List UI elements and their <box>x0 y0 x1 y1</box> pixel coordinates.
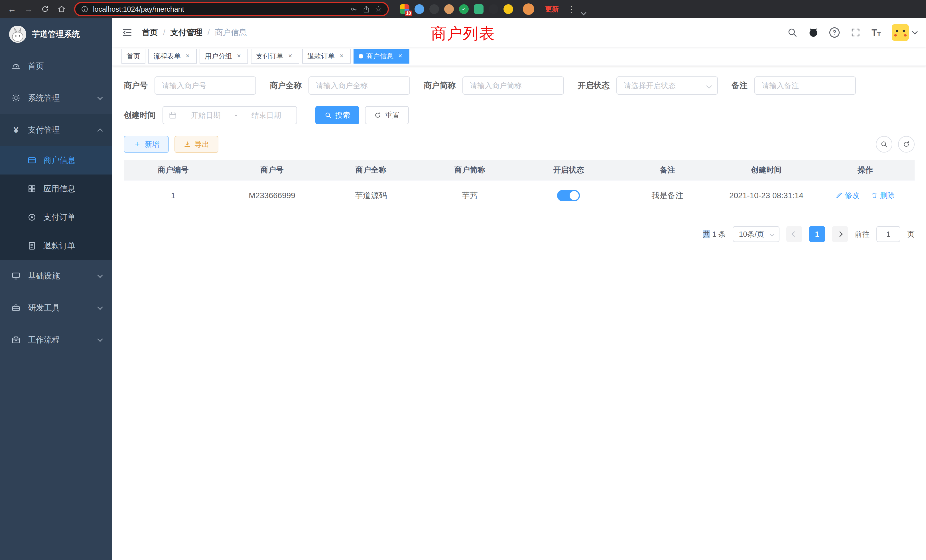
close-icon[interactable]: × <box>396 52 404 60</box>
browser-back-icon[interactable]: ← <box>6 3 18 15</box>
end-date-placeholder: 结束日期 <box>242 110 291 120</box>
browser-dropdown-caret-icon[interactable] <box>581 10 586 15</box>
sidebar-item-payment[interactable]: ¥ 支付管理 <box>0 114 112 146</box>
refresh-icon <box>374 112 381 119</box>
page-size-value: 10条/页 <box>739 229 764 239</box>
edit-pencil-icon <box>836 192 843 199</box>
sidebar-item-workflow[interactable]: 工作流程 <box>0 324 112 356</box>
close-icon[interactable]: × <box>286 52 294 60</box>
browser-menu-icon[interactable]: ⋮ <box>567 5 575 14</box>
extension-icon-avatar[interactable] <box>444 4 454 14</box>
sidebar-logo[interactable]: 芋道管理系统 <box>0 18 112 50</box>
toggle-search-button[interactable] <box>876 136 892 153</box>
tag-merchant-info[interactable]: 商户信息 × <box>354 49 409 64</box>
full-name-input[interactable] <box>309 76 410 95</box>
browser-home-icon[interactable] <box>55 3 68 15</box>
create-time-range-picker[interactable]: 开始日期 - 结束日期 <box>162 106 297 124</box>
jump-page-input[interactable] <box>876 226 900 242</box>
edit-button[interactable]: 修改 <box>836 191 859 200</box>
breadcrumb: 首页 / 支付管理 / 商户信息 <box>142 27 247 38</box>
extension-icon-dark[interactable] <box>429 4 439 14</box>
close-icon[interactable]: × <box>235 52 243 60</box>
sidebar-item-system[interactable]: 系统管理 <box>0 82 112 114</box>
tag-process-form[interactable]: 流程表单 × <box>148 49 197 64</box>
active-dot-icon <box>359 54 363 59</box>
page-size-select[interactable]: 10条/页 <box>733 226 779 242</box>
merchant-no-input[interactable] <box>154 76 256 95</box>
tag-home[interactable]: 首页 <box>121 49 145 64</box>
close-icon[interactable]: × <box>337 52 345 60</box>
refresh-table-button[interactable] <box>898 136 915 153</box>
main-area: 首页 / 支付管理 / 商户信息 ? TT <box>112 18 926 560</box>
search-icon <box>324 112 332 119</box>
sidebar-item-label: 首页 <box>28 61 44 71</box>
extensions-row: 10 ✓ <box>400 4 513 14</box>
share-icon[interactable] <box>362 5 370 13</box>
sidebar-item-infrastructure[interactable]: 基础设施 <box>0 260 112 292</box>
tag-pay-order[interactable]: 支付订单 × <box>251 49 300 64</box>
start-date-placeholder: 开始日期 <box>181 110 230 120</box>
column-header: 开启状态 <box>519 160 618 180</box>
github-icon[interactable] <box>808 27 819 38</box>
page-number-button[interactable]: 1 <box>809 226 825 242</box>
sidebar-item-app-info[interactable]: 应用信息 <box>0 174 112 203</box>
pagination: 共 1 条 10条/页 1 前往 页 <box>124 226 915 242</box>
add-button[interactable]: ＋ 新增 <box>124 136 169 153</box>
breadcrumb-payment[interactable]: 支付管理 <box>171 27 203 38</box>
column-header: 商户全称 <box>322 160 421 180</box>
address-bar[interactable]: localhost:1024/pay/merchant ☆ <box>74 2 389 16</box>
tag-refund-order[interactable]: 退款订单 × <box>302 49 351 64</box>
password-key-icon[interactable] <box>350 5 358 13</box>
sidebar-menu: 首页 系统管理 ¥ 支付管理 商户信息 <box>0 50 112 356</box>
tag-label: 支付订单 <box>256 51 283 61</box>
filter-row-2: 创建时间 开始日期 - 结束日期 搜索 重置 <box>124 106 915 124</box>
export-button[interactable]: 导出 <box>174 136 218 153</box>
browser-profile-avatar[interactable] <box>523 3 534 15</box>
browser-update-button[interactable]: 更新 <box>545 5 559 14</box>
remark-input[interactable] <box>754 76 856 95</box>
extension-icon-pin[interactable] <box>489 4 498 14</box>
extension-puzzle-icon[interactable]: 10 <box>400 4 409 14</box>
plus-icon: ＋ <box>133 138 141 150</box>
short-name-input[interactable] <box>462 76 564 95</box>
sidebar-fold-icon[interactable] <box>121 27 133 38</box>
prev-page-button[interactable] <box>786 226 802 242</box>
bookmark-star-icon[interactable]: ☆ <box>375 5 382 13</box>
url-text[interactable]: localhost:1024/pay/merchant <box>93 5 345 14</box>
filter-merchant-no: 商户号 <box>124 76 256 95</box>
chevron-down-icon <box>97 336 103 342</box>
jump-suffix-label: 页 <box>907 229 915 239</box>
user-avatar-menu[interactable] <box>892 24 917 41</box>
browser-forward-icon[interactable]: → <box>22 3 35 15</box>
tag-label: 退款订单 <box>307 51 335 61</box>
search-button[interactable]: 搜索 <box>315 106 359 124</box>
header-search-icon[interactable] <box>787 27 797 38</box>
sidebar-item-home[interactable]: 首页 <box>0 50 112 82</box>
sidebar-item-merchant-info[interactable]: 商户信息 <box>0 146 112 174</box>
site-info-icon[interactable] <box>81 5 88 13</box>
tag-user-group[interactable]: 用户分组 × <box>200 49 248 64</box>
field-label: 商户简称 <box>424 80 455 91</box>
table-row: 1 M233666999 芋道源码 芋艿 我是备注 2021-10-23 08:… <box>124 180 915 211</box>
sidebar-item-pay-order[interactable]: 支付订单 <box>0 203 112 232</box>
delete-button[interactable]: 删除 <box>871 191 895 200</box>
status-toggle[interactable] <box>557 190 580 201</box>
sidebar-item-refund-order[interactable]: 退款订单 <box>0 232 112 260</box>
status-select[interactable]: 请选择开启状态 <box>616 76 718 95</box>
extension-icon-yellow[interactable] <box>504 4 513 14</box>
filter-short-name: 商户简称 <box>424 76 564 95</box>
sidebar-item-dev-tools[interactable]: 研发工具 <box>0 292 112 324</box>
next-page-button[interactable] <box>832 226 848 242</box>
cell-merchant-id: 1 <box>124 180 222 211</box>
breadcrumb-home[interactable]: 首页 <box>142 27 158 38</box>
browser-reload-icon[interactable] <box>39 3 51 15</box>
fullscreen-icon[interactable] <box>850 27 861 38</box>
extension-icon-check[interactable]: ✓ <box>459 4 469 14</box>
font-size-icon[interactable]: TT <box>872 27 881 38</box>
extension-icon-blue[interactable] <box>415 4 424 14</box>
reset-button[interactable]: 重置 <box>365 106 409 124</box>
close-icon[interactable]: × <box>184 52 192 60</box>
extension-icon-green-square[interactable] <box>474 4 484 14</box>
help-icon[interactable]: ? <box>829 27 840 38</box>
trash-icon <box>871 192 878 199</box>
